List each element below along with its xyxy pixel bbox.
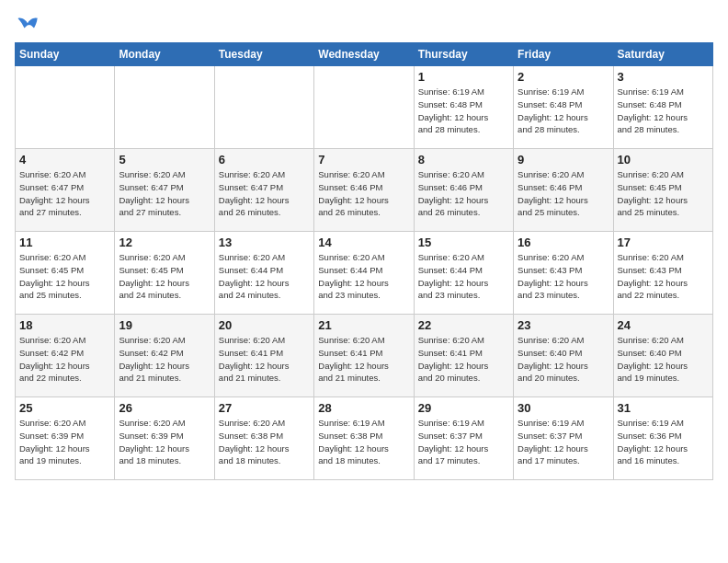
calendar-cell: 29Sunrise: 6:19 AM Sunset: 6:37 PM Dayli… [414, 397, 513, 480]
calendar-cell: 9Sunrise: 6:20 AM Sunset: 6:46 PM Daylig… [514, 149, 613, 232]
day-number: 23 [518, 318, 609, 332]
day-info: Sunrise: 6:20 AM Sunset: 6:39 PM Dayligh… [119, 417, 210, 467]
day-info: Sunrise: 6:20 AM Sunset: 6:42 PM Dayligh… [119, 334, 210, 385]
weekday-header: Thursday [414, 43, 513, 66]
day-number: 27 [219, 401, 310, 415]
weekday-header: Wednesday [314, 43, 414, 66]
day-number: 28 [318, 401, 409, 415]
day-info: Sunrise: 6:20 AM Sunset: 6:47 PM Dayligh… [119, 168, 210, 219]
day-number: 13 [219, 236, 310, 249]
calendar-cell: 28Sunrise: 6:19 AM Sunset: 6:38 PM Dayli… [314, 397, 414, 480]
calendar-cell: 7Sunrise: 6:20 AM Sunset: 6:46 PM Daylig… [314, 149, 414, 232]
calendar-header: SundayMondayTuesdayWednesdayThursdayFrid… [16, 43, 713, 66]
calendar-cell: 22Sunrise: 6:20 AM Sunset: 6:41 PM Dayli… [414, 315, 513, 397]
day-info: Sunrise: 6:19 AM Sunset: 6:48 PM Dayligh… [618, 86, 709, 136]
calendar-cell: 10Sunrise: 6:20 AM Sunset: 6:45 PM Dayli… [613, 149, 712, 232]
calendar-cell: 24Sunrise: 6:20 AM Sunset: 6:40 PM Dayli… [613, 315, 712, 397]
day-info: Sunrise: 6:19 AM Sunset: 6:48 PM Dayligh… [418, 86, 509, 136]
calendar-cell: 2Sunrise: 6:19 AM Sunset: 6:48 PM Daylig… [514, 66, 613, 149]
day-number: 4 [19, 153, 110, 167]
day-info: Sunrise: 6:20 AM Sunset: 6:47 PM Dayligh… [219, 168, 310, 219]
calendar-week-row: 11Sunrise: 6:20 AM Sunset: 6:45 PM Dayli… [16, 232, 713, 315]
day-info: Sunrise: 6:20 AM Sunset: 6:43 PM Dayligh… [618, 251, 709, 302]
day-info: Sunrise: 6:20 AM Sunset: 6:43 PM Dayligh… [518, 251, 609, 302]
calendar-week-row: 25Sunrise: 6:20 AM Sunset: 6:39 PM Dayli… [16, 397, 713, 480]
day-info: Sunrise: 6:20 AM Sunset: 6:45 PM Dayligh… [618, 168, 709, 219]
calendar-cell: 13Sunrise: 6:20 AM Sunset: 6:44 PM Dayli… [214, 232, 313, 315]
day-number: 5 [119, 153, 210, 167]
day-info: Sunrise: 6:19 AM Sunset: 6:48 PM Dayligh… [518, 86, 609, 136]
day-number: 31 [618, 401, 709, 415]
day-number: 21 [318, 318, 409, 332]
day-number: 7 [318, 153, 409, 167]
calendar-cell [314, 66, 414, 149]
day-info: Sunrise: 6:20 AM Sunset: 6:46 PM Dayligh… [318, 168, 409, 219]
day-number: 24 [618, 318, 709, 332]
calendar-cell [214, 66, 313, 149]
calendar-cell: 5Sunrise: 6:20 AM Sunset: 6:47 PM Daylig… [115, 149, 214, 232]
day-number: 15 [418, 236, 509, 249]
weekday-header: Monday [115, 43, 214, 66]
logo [15, 15, 44, 35]
day-info: Sunrise: 6:20 AM Sunset: 6:41 PM Dayligh… [418, 334, 509, 385]
day-number: 20 [219, 318, 310, 332]
day-info: Sunrise: 6:20 AM Sunset: 6:45 PM Dayligh… [119, 251, 210, 302]
calendar-cell: 14Sunrise: 6:20 AM Sunset: 6:44 PM Dayli… [314, 232, 414, 315]
calendar-cell [115, 66, 214, 149]
day-number: 12 [119, 236, 210, 249]
day-number: 26 [119, 401, 210, 415]
day-info: Sunrise: 6:20 AM Sunset: 6:41 PM Dayligh… [318, 334, 409, 385]
day-info: Sunrise: 6:19 AM Sunset: 6:38 PM Dayligh… [318, 417, 409, 467]
day-number: 6 [219, 153, 310, 167]
day-info: Sunrise: 6:20 AM Sunset: 6:40 PM Dayligh… [518, 334, 609, 385]
calendar-body: 1Sunrise: 6:19 AM Sunset: 6:48 PM Daylig… [16, 66, 713, 480]
calendar-cell: 8Sunrise: 6:20 AM Sunset: 6:46 PM Daylig… [414, 149, 513, 232]
calendar-cell: 26Sunrise: 6:20 AM Sunset: 6:39 PM Dayli… [115, 397, 214, 480]
day-info: Sunrise: 6:20 AM Sunset: 6:39 PM Dayligh… [19, 417, 110, 467]
calendar-cell: 11Sunrise: 6:20 AM Sunset: 6:45 PM Dayli… [16, 232, 115, 315]
calendar-cell: 15Sunrise: 6:20 AM Sunset: 6:44 PM Dayli… [414, 232, 513, 315]
day-info: Sunrise: 6:20 AM Sunset: 6:46 PM Dayligh… [518, 168, 609, 219]
day-info: Sunrise: 6:20 AM Sunset: 6:46 PM Dayligh… [418, 168, 509, 219]
calendar-cell: 20Sunrise: 6:20 AM Sunset: 6:41 PM Dayli… [214, 315, 313, 397]
day-info: Sunrise: 6:19 AM Sunset: 6:37 PM Dayligh… [518, 417, 609, 467]
calendar-cell: 19Sunrise: 6:20 AM Sunset: 6:42 PM Dayli… [115, 315, 214, 397]
day-number: 18 [19, 318, 110, 332]
calendar-cell: 30Sunrise: 6:19 AM Sunset: 6:37 PM Dayli… [514, 397, 613, 480]
day-number: 10 [618, 153, 709, 167]
day-info: Sunrise: 6:20 AM Sunset: 6:40 PM Dayligh… [618, 334, 709, 385]
calendar-cell: 3Sunrise: 6:19 AM Sunset: 6:48 PM Daylig… [613, 66, 712, 149]
day-info: Sunrise: 6:20 AM Sunset: 6:45 PM Dayligh… [19, 251, 110, 302]
day-number: 29 [418, 401, 509, 415]
day-number: 17 [618, 236, 709, 249]
calendar-cell: 6Sunrise: 6:20 AM Sunset: 6:47 PM Daylig… [214, 149, 313, 232]
calendar-cell: 1Sunrise: 6:19 AM Sunset: 6:48 PM Daylig… [414, 66, 513, 149]
calendar-week-row: 1Sunrise: 6:19 AM Sunset: 6:48 PM Daylig… [16, 66, 713, 149]
calendar-cell: 4Sunrise: 6:20 AM Sunset: 6:47 PM Daylig… [16, 149, 115, 232]
weekday-header: Saturday [613, 43, 712, 66]
day-info: Sunrise: 6:20 AM Sunset: 6:47 PM Dayligh… [19, 168, 110, 219]
day-info: Sunrise: 6:20 AM Sunset: 6:44 PM Dayligh… [219, 251, 310, 302]
calendar-cell: 21Sunrise: 6:20 AM Sunset: 6:41 PM Dayli… [314, 315, 414, 397]
day-info: Sunrise: 6:20 AM Sunset: 6:42 PM Dayligh… [19, 334, 110, 385]
day-info: Sunrise: 6:19 AM Sunset: 6:37 PM Dayligh… [418, 417, 509, 467]
day-number: 30 [518, 401, 609, 415]
calendar-cell: 18Sunrise: 6:20 AM Sunset: 6:42 PM Dayli… [16, 315, 115, 397]
day-number: 14 [318, 236, 409, 249]
day-number: 16 [518, 236, 609, 249]
logo-bird-icon [15, 15, 40, 35]
day-info: Sunrise: 6:20 AM Sunset: 6:44 PM Dayligh… [418, 251, 509, 302]
weekday-header: Friday [514, 43, 613, 66]
calendar-cell: 23Sunrise: 6:20 AM Sunset: 6:40 PM Dayli… [514, 315, 613, 397]
calendar-cell: 27Sunrise: 6:20 AM Sunset: 6:38 PM Dayli… [214, 397, 313, 480]
page-header [15, 15, 713, 35]
day-number: 11 [19, 236, 110, 249]
calendar-week-row: 4Sunrise: 6:20 AM Sunset: 6:47 PM Daylig… [16, 149, 713, 232]
calendar-cell [16, 66, 115, 149]
calendar-cell: 17Sunrise: 6:20 AM Sunset: 6:43 PM Dayli… [613, 232, 712, 315]
day-number: 19 [119, 318, 210, 332]
calendar-cell: 12Sunrise: 6:20 AM Sunset: 6:45 PM Dayli… [115, 232, 214, 315]
weekday-header: Sunday [16, 43, 115, 66]
calendar-week-row: 18Sunrise: 6:20 AM Sunset: 6:42 PM Dayli… [16, 315, 713, 397]
day-info: Sunrise: 6:19 AM Sunset: 6:36 PM Dayligh… [618, 417, 709, 467]
